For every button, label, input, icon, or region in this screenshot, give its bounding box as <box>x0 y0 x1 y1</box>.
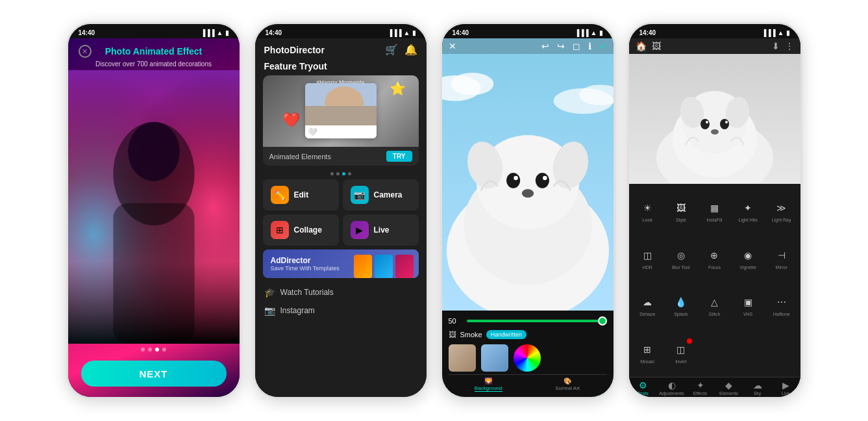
more-icon[interactable]: ⋮ <box>785 41 794 51</box>
svg-point-18 <box>506 173 520 188</box>
fdot-2 <box>336 172 340 175</box>
tool-lightray[interactable]: ≫ Light Ray <box>765 188 798 234</box>
live-bottom-icon: ▶ <box>782 380 789 390</box>
heart-icon: 🤍 <box>308 127 317 136</box>
bottom-tabs-3: 🌄 Background 🎨 Surreal Art <box>449 374 607 393</box>
cart-icon[interactable]: 🛒 <box>385 44 398 56</box>
camera-icon: 📷 <box>351 186 369 204</box>
tool-style[interactable]: 🖼 Style <box>665 188 697 234</box>
insta-bar: 🤍 <box>305 125 377 138</box>
slider-thumb[interactable] <box>598 316 607 325</box>
tool-splash[interactable]: 💧 Splash <box>665 283 697 329</box>
ad-banner[interactable]: AdDirector Save Time With Templates <box>263 249 419 278</box>
wifi-icon: ▲ <box>217 29 223 36</box>
tools-bottom-label: Tools <box>638 391 648 396</box>
edit-icon: ✏️ <box>271 186 289 204</box>
slider-track[interactable] <box>467 320 607 322</box>
gallery-icon[interactable]: 🖼 <box>652 41 661 51</box>
next-button[interactable]: NEXT <box>81 361 227 387</box>
phone4-status-icons: ▐▐▐ ▲ ▮ <box>762 29 789 36</box>
svg-point-22 <box>521 189 533 198</box>
woman-photo <box>68 70 240 344</box>
info-icon[interactable]: ℹ <box>588 41 591 51</box>
tab3-surreal[interactable]: 🎨 Surreal Art <box>554 377 580 392</box>
tool-vhs[interactable]: ▣ VHS <box>732 283 764 329</box>
menu-collage[interactable]: ⊞ Collage <box>263 214 339 246</box>
tool-hdr[interactable]: ◫ HDR <box>632 235 664 281</box>
phone1-body: ✕ Photo Animated Effect Discover over 70… <box>68 38 240 397</box>
signal-icon: ▐▐▐ <box>762 29 775 36</box>
tool-mirror[interactable]: ⊣ Mirror <box>765 235 798 281</box>
menu-edit[interactable]: ✏️ Edit <box>263 179 339 210</box>
svg-rect-7 <box>305 106 377 125</box>
phone3-bottom-panel: 50 🖼 Smoke Handwritten <box>442 311 614 397</box>
lighthits-label: Light Hits <box>739 218 758 222</box>
bottomtab4-adjustments[interactable]: ◐ Adjustments <box>658 380 686 396</box>
glitch-label: Glitch <box>709 312 721 316</box>
bottomtab4-elements[interactable]: ◆ Elements <box>715 380 743 396</box>
hdr-label: HDR <box>643 265 652 270</box>
watch-label: Watch Tutorials <box>280 288 334 297</box>
download-icon[interactable]: ⬇ <box>772 41 780 51</box>
feature-pagination <box>255 171 427 179</box>
dot-4 <box>162 348 166 351</box>
effects-bottom-label: Effects <box>693 391 707 396</box>
instagram-label: Instagram <box>280 306 315 315</box>
tool-lighthits[interactable]: ✦ Light Hits <box>732 188 764 234</box>
dog4-svg <box>629 54 800 184</box>
erase-icon[interactable]: ◻ <box>573 41 580 51</box>
watch-tutorials-row[interactable]: 🎓 Watch Tutorials <box>255 282 427 303</box>
signal-icon: ▐▐▐ <box>575 29 588 36</box>
bottomtab4-effects[interactable]: ✦ Effects <box>686 380 715 396</box>
photo-svg <box>305 83 377 125</box>
check-icon[interactable]: ✓ <box>599 41 607 51</box>
tool-instafill[interactable]: ▦ InstaFill <box>699 188 731 234</box>
tool-glitch[interactable]: △ Glitch <box>699 283 731 329</box>
tool-blurtool[interactable]: ◎ Blur Tool <box>665 235 697 281</box>
handwritten-badge[interactable]: Handwritten <box>486 330 527 339</box>
sky-bottom-icon: ☁ <box>753 380 762 390</box>
surreal-icon: 🎨 <box>564 377 571 385</box>
undo-icon[interactable]: ↩ <box>541 41 549 51</box>
tool-focus[interactable]: ⊕ Focus <box>699 235 731 281</box>
color-wheel[interactable] <box>514 344 541 372</box>
phone2-header: PhotoDirector 🛒 🔔 <box>255 38 427 58</box>
lightray-icon: ≫ <box>773 199 790 216</box>
bottomtab4-live[interactable]: ▶ Live <box>772 380 800 396</box>
texture-2[interactable] <box>481 344 508 372</box>
close-button[interactable]: ✕ <box>79 45 92 58</box>
svg-point-10 <box>451 73 493 95</box>
instagram-row[interactable]: 📷 Instagram <box>255 303 427 321</box>
try-button[interactable]: TRY <box>386 151 412 162</box>
close-icon[interactable]: ✕ <box>449 41 456 51</box>
tool-halftone[interactable]: ⋯ Halftone <box>765 283 798 329</box>
vhs-icon: ▣ <box>739 294 756 311</box>
ad-images <box>354 255 414 278</box>
star-emoji: ⭐ <box>390 81 406 96</box>
tool-dehaze[interactable]: ☁ Dehaze <box>632 283 664 329</box>
collage-icon: ⊞ <box>271 221 289 239</box>
texture-1[interactable] <box>449 344 476 372</box>
feature-tryout-title: Feature Tryout <box>255 58 427 75</box>
bottomtab4-tools[interactable]: ⚙ Tools <box>629 380 658 396</box>
phone4-right-icons: ⬇ ⋮ <box>772 41 794 51</box>
tool-mosaic[interactable]: ⊞ Mosaic <box>632 329 664 376</box>
menu-grid: ✏️ Edit 📷 Camera ⊞ Collage ▶ Live <box>263 179 419 246</box>
redo-icon[interactable]: ↪ <box>557 41 565 51</box>
bell-icon[interactable]: 🔔 <box>404 44 417 56</box>
tool-invert[interactable]: ◫ Invert <box>665 329 697 376</box>
menu-camera[interactable]: 📷 Camera <box>343 179 419 210</box>
mosaic-icon: ⊞ <box>639 341 656 358</box>
tab3-background[interactable]: 🌄 Background <box>475 377 502 392</box>
phone-4: 14:40 ▐▐▐ ▲ ▮ 🏠 🖼 ⬇ ⋮ <box>627 22 802 399</box>
tool-look[interactable]: ☀ Look <box>632 188 664 234</box>
menu-live[interactable]: ▶ Live <box>343 214 419 246</box>
mirror-label: Mirror <box>776 265 787 270</box>
ad-thumb-2 <box>375 255 393 278</box>
phone2-time: 14:40 <box>266 29 282 36</box>
home-icon[interactable]: 🏠 <box>636 41 647 51</box>
phone4-topbar: 🏠 🖼 ⬇ ⋮ <box>629 38 800 54</box>
tool-vignette[interactable]: ◉ Vignette <box>732 235 764 281</box>
bottomtab4-sky[interactable]: ☁ Sky <box>743 380 772 396</box>
effects-bottom-icon: ✦ <box>697 380 704 390</box>
